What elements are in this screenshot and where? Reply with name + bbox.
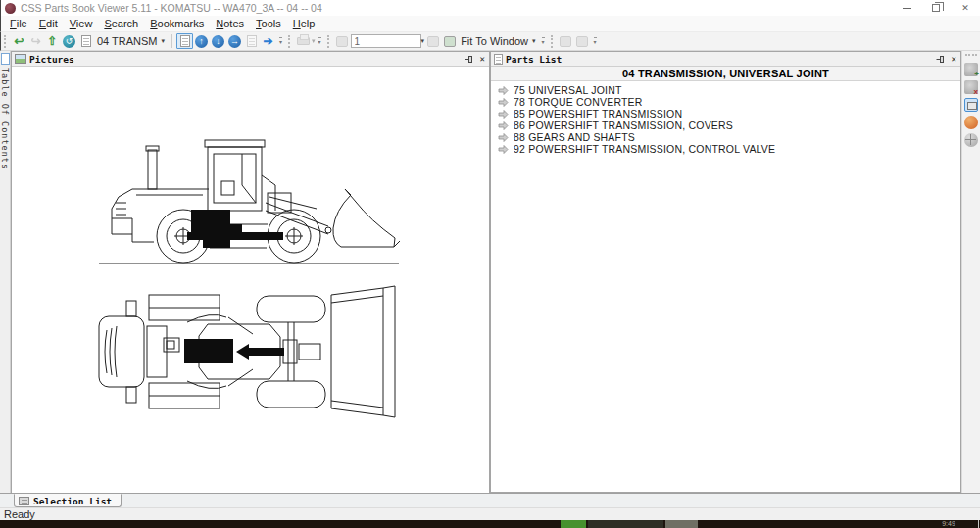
pin-icon[interactable] [465, 55, 473, 64]
toolbar-overflow-icon[interactable]: ▾ [594, 37, 597, 45]
toc-tab-label[interactable]: Table Of Contents [0, 68, 10, 169]
toolbar-grip[interactable] [327, 35, 330, 48]
link-icon [427, 36, 439, 47]
restore-icon [932, 4, 940, 12]
minimize-button[interactable] [892, 0, 921, 16]
menu-edit[interactable]: Edit [33, 17, 64, 30]
go-to-button[interactable]: ➔ [260, 33, 276, 49]
forward-button[interactable]: ↪ [27, 33, 44, 49]
layout-icon [180, 35, 190, 47]
pictures-panel: Pictures ✕ [11, 51, 490, 493]
fit-mode-selector[interactable]: Fit To Window ▾ [458, 35, 538, 47]
toolbar-grip[interactable] [551, 35, 554, 48]
pin-icon[interactable] [936, 55, 945, 64]
parts-list-item[interactable]: 85 POWERSHIFT TRANSMISSION [491, 108, 960, 120]
loader-side-view-drawing[interactable] [93, 117, 407, 268]
page-detail-button[interactable] [243, 33, 260, 49]
parts-list: 75 UNIVERSAL JOINT 78 TORQUE CONVERTER 8… [491, 81, 960, 155]
web-lookup-icon[interactable] [964, 133, 978, 147]
parts-list-icon [494, 54, 503, 65]
parts-section-heading: 04 TRANSMISSION, UNIVERSAL JOINT [491, 67, 960, 81]
home-button[interactable]: ↺ [61, 33, 77, 49]
print-button[interactable] [295, 33, 312, 49]
show-desktop-button[interactable] [978, 520, 979, 528]
menu-notes[interactable]: Notes [210, 17, 250, 30]
parts-panel-title: Parts List [506, 54, 562, 65]
parts-list-item[interactable]: 86 POWERSHIFT TRANSMISSION, COVERS [491, 120, 960, 131]
parts-list-panel: Parts List ✕ 04 TRANSMISSION, UNIVERSAL … [490, 51, 961, 493]
up-level-icon: ⇧ [47, 34, 57, 48]
item-arrow-icon [498, 86, 509, 95]
workspace: Table Of Contents Pictures ✕ [0, 51, 980, 493]
pictures-panel-header: Pictures ✕ [12, 52, 489, 67]
toolbar-grip[interactable] [965, 54, 977, 57]
back-button[interactable]: ↩ [11, 33, 27, 49]
nav-next-button[interactable]: → [228, 35, 241, 48]
menu-bookmarks[interactable]: Bookmarks [144, 17, 210, 30]
selection-list-tab[interactable]: Selection List [14, 494, 122, 507]
menu-file[interactable]: File [4, 17, 33, 30]
go-to-icon: ➔ [264, 34, 273, 48]
toolbar-grip[interactable] [288, 35, 291, 48]
hotspot-unlink-button[interactable] [574, 33, 591, 49]
selection-list-tab-label: Selection List [33, 496, 112, 506]
toc-tab-icon[interactable] [1, 53, 10, 65]
page-number-input[interactable] [351, 34, 421, 48]
link-button[interactable] [424, 33, 441, 49]
nav-next-icon: → [230, 36, 239, 46]
toc-tab-strip: Table Of Contents [0, 51, 11, 493]
taskbar-clock[interactable]: 9:49 [931, 520, 966, 528]
menu-tools[interactable]: Tools [250, 17, 287, 30]
zoom-tool-button[interactable] [441, 33, 458, 49]
hotspot-link-button[interactable] [558, 33, 574, 49]
toolbar-overflow-icon[interactable]: ▾ [279, 37, 282, 45]
title-bar: CSS Parts Book Viewer 5.11 - KOMATSU -- … [0, 0, 980, 16]
remove-from-selection-icon[interactable] [964, 80, 978, 94]
back-icon: ↩ [14, 34, 24, 48]
book-selector[interactable]: 04 TRANSM ▾ [94, 35, 168, 47]
note-button[interactable] [334, 33, 351, 49]
page-detail-icon [247, 35, 257, 47]
taskbar-app-button[interactable] [561, 520, 586, 528]
loader-top-view-drawing[interactable] [93, 283, 407, 420]
status-text: Ready [4, 508, 35, 520]
taskbar-app-button[interactable] [588, 520, 663, 528]
layout-toggle-button[interactable] [176, 33, 193, 49]
book-selector-value: 04 TRANSM [97, 35, 158, 47]
toolbar-grip[interactable] [4, 35, 7, 48]
up-level-button[interactable]: ⇧ [44, 33, 61, 49]
zoom-tool-icon [444, 36, 456, 47]
close-panel-icon[interactable]: ✕ [480, 55, 485, 64]
window-title: CSS Parts Book Viewer 5.11 - KOMATSU -- … [21, 2, 322, 14]
nav-up-button[interactable]: ↑ [195, 35, 208, 48]
selection-list-tab-icon [19, 497, 29, 505]
close-button[interactable]: ✕ [951, 0, 980, 16]
taskbar-app-button[interactable] [665, 520, 698, 528]
toolbar-overflow-icon[interactable]: ▾ [318, 37, 321, 45]
minimize-icon [903, 8, 911, 9]
menu-search[interactable]: Search [98, 17, 144, 30]
item-arrow-icon [498, 133, 509, 142]
parts-list-item[interactable]: 92 POWERSHIFT TRANSMISSION, CONTROL VALV… [491, 143, 960, 155]
item-arrow-icon [498, 145, 509, 154]
menu-help[interactable]: Help [287, 17, 321, 30]
toolbar-separator [172, 34, 172, 48]
order-parts-icon[interactable] [964, 116, 978, 129]
close-panel-icon[interactable]: ✕ [952, 55, 956, 64]
menu-view[interactable]: View [64, 17, 99, 30]
menu-bar: File Edit View Search Bookmarks Notes To… [0, 16, 980, 32]
main-toolbar: ↩ ↪ ⇧ ↺ 04 TRANSM ▾ ↑ ↓ → ➔ ▾ ▾ ▾ ▾ Fit … [0, 32, 980, 51]
book-page-button[interactable] [77, 33, 94, 49]
item-arrow-icon [498, 121, 509, 130]
add-to-selection-icon[interactable] [964, 63, 978, 76]
selection-list-icon[interactable] [964, 98, 978, 112]
print-dropdown-icon[interactable]: ▾ [312, 37, 316, 45]
nav-down-button[interactable]: ↓ [212, 35, 224, 48]
pictures-panel-body [12, 67, 489, 493]
parts-list-item[interactable]: 88 GEARS AND SHAFTS [491, 131, 960, 143]
parts-list-item[interactable]: 78 TORQUE CONVERTER [491, 96, 960, 108]
maximize-button[interactable] [921, 0, 951, 16]
parts-list-item[interactable]: 75 UNIVERSAL JOINT [491, 84, 960, 96]
pictures-panel-title: Pictures [29, 54, 74, 65]
toolbar-overflow-icon[interactable]: ▾ [542, 37, 545, 45]
